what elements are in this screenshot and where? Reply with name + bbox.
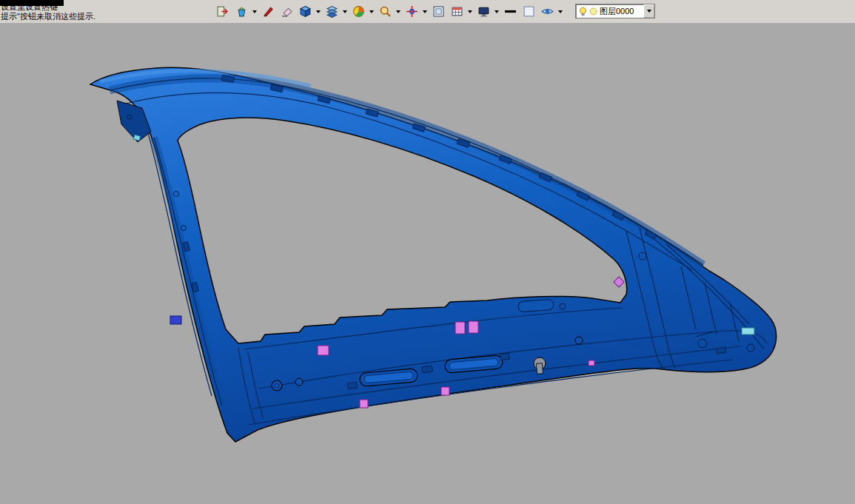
cad-application-window: 设置里设置热键 提示"按钮来取消这些提示. bbox=[0, 0, 855, 504]
frame-body bbox=[90, 67, 777, 442]
viewport-3d[interactable] bbox=[0, 23, 855, 504]
car-side-frame-model bbox=[0, 0, 855, 504]
